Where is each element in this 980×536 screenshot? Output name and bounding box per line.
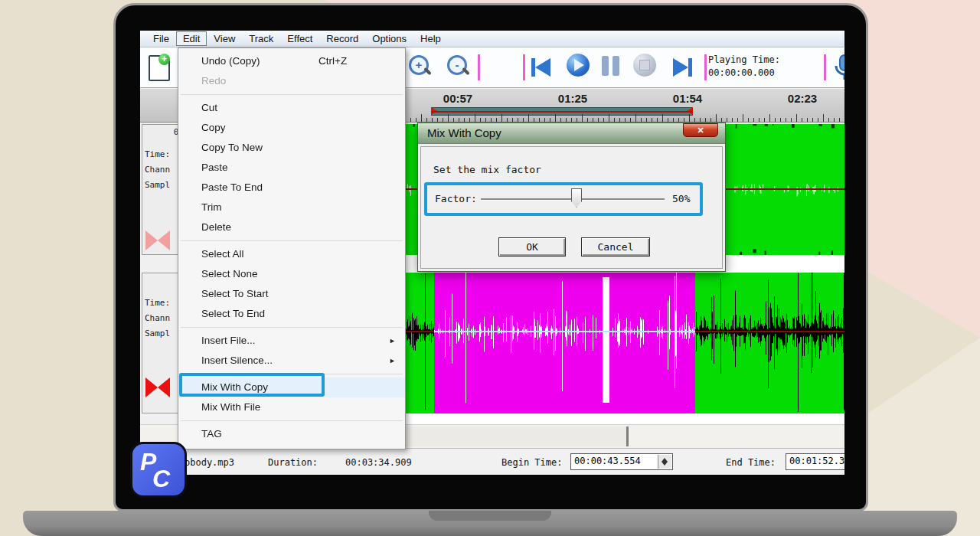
menu-item-label: Undo (Copy) xyxy=(201,55,260,67)
begin-time-field xyxy=(570,453,673,470)
end-time-input[interactable] xyxy=(788,455,844,467)
track-info-samplerate: Sampl xyxy=(145,328,170,338)
menu-item-label: Copy xyxy=(201,122,226,133)
menu-separator xyxy=(181,94,403,95)
track-info-time: Time: xyxy=(145,298,170,308)
menu-item-select-none[interactable]: Select None xyxy=(178,264,405,284)
end-time-label: End Time: xyxy=(726,457,776,468)
menu-item-mix-with-file[interactable]: Mix With File xyxy=(178,397,405,417)
zoom-in-button[interactable]: + xyxy=(407,54,433,81)
skip-to-end-button[interactable] xyxy=(673,54,699,81)
status-bar: obody.mp3 Duration: 00:03:34.909 Begin T… xyxy=(140,448,844,475)
spinner-down-icon[interactable] xyxy=(662,462,668,466)
menu-item-paste-to-end[interactable]: Paste To End xyxy=(178,178,405,198)
dialog-title-bar[interactable]: Mix With Copy xyxy=(418,123,725,144)
timeline-label: 01:54 xyxy=(673,92,702,105)
timeline-label: 02:23 xyxy=(788,92,817,105)
new-file-button[interactable]: + xyxy=(146,54,172,81)
submenu-arrow-icon: ► xyxy=(389,351,396,371)
play-button[interactable] xyxy=(567,54,593,81)
stop-icon xyxy=(633,54,656,77)
menu-item-select-all[interactable]: Select All xyxy=(178,244,405,264)
plus-badge-icon: + xyxy=(158,54,170,65)
skip-end-icon xyxy=(688,58,692,77)
menu-item-delete[interactable]: Delete xyxy=(178,217,405,237)
duration-value: 00:03:34.909 xyxy=(345,457,412,468)
menu-edit[interactable]: Edit xyxy=(176,31,207,46)
mix-with-copy-dialog: Mix With Copy ✕ Set the mix factor Facto… xyxy=(417,123,726,272)
menu-item-copy[interactable]: Copy xyxy=(178,118,405,138)
pc-logo-icon: P C xyxy=(132,444,185,495)
annotation-box-mix-with-copy xyxy=(179,373,325,397)
end-time-field xyxy=(786,453,844,470)
menu-item-trim[interactable]: Trim xyxy=(178,198,405,217)
menu-item-tag[interactable]: TAG xyxy=(178,424,405,444)
menu-item-redo[interactable]: Redo xyxy=(178,71,405,91)
skip-to-start-button[interactable] xyxy=(531,54,557,81)
menu-item-label: Insert Silence... xyxy=(201,355,273,366)
submenu-arrow-icon: ► xyxy=(389,331,396,351)
playing-time-display: Playing Time: 00:00:00.000 xyxy=(708,54,823,80)
menu-item-label: TAG xyxy=(201,428,222,440)
menu-item-select-to-end[interactable]: Select To End xyxy=(178,304,405,324)
menu-item-label: Select All xyxy=(201,248,244,260)
track-info-samplerate: Sampl xyxy=(145,180,170,190)
dialog-body: Set the mix factor Factor: 50% OK Cancel xyxy=(420,146,723,269)
cancel-button[interactable]: Cancel xyxy=(581,237,650,257)
menu-item-insert-file[interactable]: Insert File... ► xyxy=(178,331,405,351)
pause-button[interactable] xyxy=(602,54,628,81)
menu-item-label: Copy To New xyxy=(201,142,263,153)
microphone-icon xyxy=(833,54,844,83)
time-spinner[interactable] xyxy=(658,455,671,469)
menu-item-select-to-start[interactable]: Select To Start xyxy=(178,284,405,304)
toolbar-separator xyxy=(824,54,826,80)
ok-button[interactable]: OK xyxy=(498,237,566,257)
factor-slider-thumb[interactable] xyxy=(571,188,582,208)
menu-help[interactable]: Help xyxy=(413,31,448,46)
menu-item-undo[interactable]: Undo (Copy) Ctrl+Z xyxy=(178,51,405,71)
record-microphone-button[interactable] xyxy=(833,54,844,83)
pause-icon xyxy=(602,56,628,76)
menu-file[interactable]: File xyxy=(146,31,176,46)
menu-effect[interactable]: Effect xyxy=(280,31,319,46)
bowtie-icon xyxy=(158,377,170,397)
track-1-bowtie-toggle[interactable] xyxy=(145,230,170,250)
menu-bar: File Edit View Track Effect Record Optio… xyxy=(140,31,844,47)
svg-text:C: C xyxy=(152,465,171,492)
bowtie-icon xyxy=(145,230,158,250)
new-file-icon: + xyxy=(149,55,170,81)
laptop-hinge-notch xyxy=(429,511,551,521)
bowtie-icon xyxy=(158,230,170,250)
menu-record[interactable]: Record xyxy=(319,31,365,46)
menu-item-label: Delete xyxy=(201,221,231,233)
bowtie-icon xyxy=(145,377,158,397)
begin-time-input[interactable] xyxy=(573,455,652,467)
menu-item-label: Paste To End xyxy=(201,181,263,193)
menu-item-label: Paste xyxy=(201,162,228,173)
track-2-bowtie-toggle[interactable] xyxy=(145,377,170,397)
playing-time-label: Playing Time: xyxy=(708,54,823,67)
menu-item-label: Select To Start xyxy=(201,288,269,299)
factor-label: Factor: xyxy=(435,193,477,204)
menu-separator xyxy=(181,420,403,421)
dialog-close-button[interactable]: ✕ xyxy=(683,123,718,137)
menu-view[interactable]: View xyxy=(207,31,242,46)
duration-label: Duration: xyxy=(268,457,318,468)
toolbar-separator xyxy=(478,54,480,80)
menu-track[interactable]: Track xyxy=(242,31,280,46)
close-icon: ✕ xyxy=(697,126,704,135)
factor-value: 50% xyxy=(672,193,690,204)
begin-time-label: Begin Time: xyxy=(501,457,562,468)
timeline-label: 01:25 xyxy=(558,92,587,105)
filename-label: obody.mp3 xyxy=(185,457,234,468)
menu-item-copy-to-new[interactable]: Copy To New xyxy=(178,138,405,158)
stop-button[interactable] xyxy=(633,54,659,81)
track-info-time: Time: xyxy=(145,149,170,159)
menu-item-cut[interactable]: Cut xyxy=(178,98,405,118)
menu-separator xyxy=(181,240,403,241)
menu-item-insert-silence[interactable]: Insert Silence... ► xyxy=(178,351,405,371)
zoom-out-button[interactable]: - xyxy=(446,54,472,81)
audio-editor-window: File Edit View Track Effect Record Optio… xyxy=(140,31,844,475)
menu-options[interactable]: Options xyxy=(365,31,413,46)
menu-item-paste[interactable]: Paste xyxy=(178,158,405,178)
